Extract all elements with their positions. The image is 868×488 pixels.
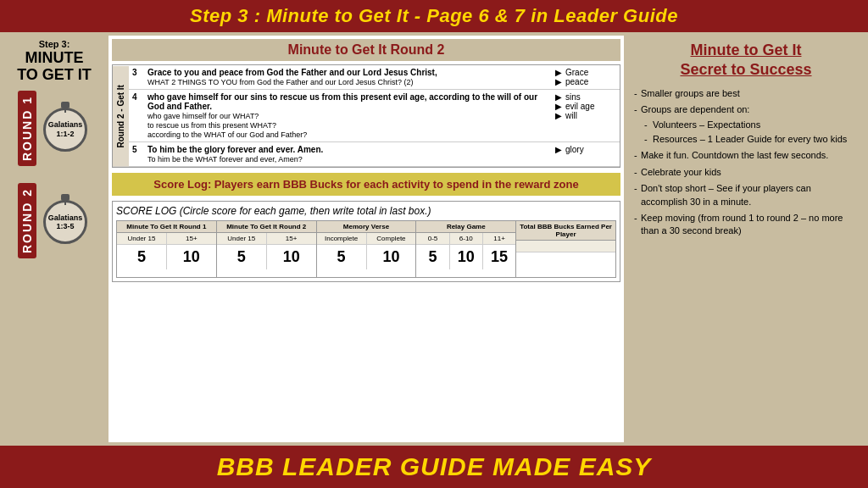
main-content: Step 3: MINUTE TO GET IT ROUND 1 Galatia…: [0, 32, 868, 446]
verse4-answers: ▶ sins ▶ evil age ▶ will: [552, 90, 620, 142]
verse5-answers: ▶ glory: [552, 142, 620, 167]
sub-list-item: Resources – 1 Leader Guide for every two…: [653, 133, 858, 146]
round1-group: ROUND 1 Galatians 1:1-2: [7, 91, 102, 169]
right-title: Minute to Get It Secret to Success: [634, 41, 858, 80]
score-log-section: SCORE LOG (Circle score for each game, t…: [112, 201, 620, 282]
list-item: Make it fun. Countdown the last few seco…: [634, 149, 858, 162]
bible-table: Round 2 - Get It 3 Grace to you and peac…: [112, 64, 620, 168]
round1-badge: ROUND 1: [18, 91, 36, 166]
score-col-5: Total BBB Bucks Earned Per Player: [516, 221, 615, 277]
footer-title: BBB LEADER GUIDE MADE EASY: [217, 452, 652, 480]
verse4-num: 4: [129, 90, 144, 142]
sub-list-item: Volunteers – Expectations: [653, 119, 858, 131]
verse3-text: Grace to you and peace from God the Fath…: [144, 65, 552, 90]
header-title: Step 3 : Minute to Get It - Page 6 & 7 i…: [190, 5, 678, 26]
round2-label: Round 2 - Get It: [113, 65, 129, 167]
verse3-num: 3: [129, 65, 144, 90]
score-col-1: Minute To Get It Round 1 Under 15 5 15+ …: [117, 221, 217, 277]
page-wrapper: Step 3 : Minute to Get It - Page 6 & 7 i…: [0, 0, 868, 488]
list-item: Keep moving (from round 1 to round 2 – n…: [634, 212, 858, 238]
round1-stopwatch: Galatians 1:1-2: [40, 104, 91, 155]
middle-panel: Minute to Get It Round 2 Round 2 - Get I…: [108, 36, 624, 442]
score-banner: Score Log: Players earn BBB Bucks for ea…: [112, 173, 620, 196]
round2-stopwatch: Galatians 1:3-5: [40, 197, 91, 247]
score-grid: Minute To Get It Round 1 Under 15 5 15+ …: [116, 220, 616, 278]
verse5-num: 5: [129, 142, 144, 167]
list-item: Smaller groups are best: [634, 87, 858, 100]
left-panel: Step 3: MINUTE TO GET IT ROUND 1 Galatia…: [3, 36, 105, 442]
verse4-text: who gave himself for our sins to rescue …: [144, 90, 552, 142]
verse3-answers: ▶ Grace ▶ peace: [552, 65, 620, 90]
round2-group: ROUND 2 Galatians 1:3-5: [7, 183, 102, 262]
right-panel: Minute to Get It Secret to Success Small…: [627, 36, 865, 442]
score-col-2: Minute To Get It Round 2 Under 15 5 15+ …: [217, 221, 317, 277]
top-header: Step 3 : Minute to Get It - Page 6 & 7 i…: [0, 0, 868, 32]
list-item: Don't stop short – See if your players c…: [634, 182, 858, 208]
score-log-title: SCORE LOG (Circle score for each game, t…: [116, 205, 616, 217]
step-label: Step 3: MINUTE TO GET IT: [17, 39, 92, 84]
score-col-4: Relay Game 0-5 5 6-10 10 11+: [416, 221, 516, 277]
bottom-bar: BBB LEADER GUIDE MADE EASY: [0, 446, 868, 488]
score-col-3: Memory Verse Incomplete 5 Complete 10: [317, 221, 417, 277]
list-item: Groups are dependent on: Volunteers – Ex…: [634, 103, 858, 146]
middle-title: Minute to Get It Round 2: [112, 39, 620, 61]
round2-badge: ROUND 2: [18, 183, 36, 258]
list-item: Celebrate your kids: [634, 166, 858, 179]
verse5-text: To him be the glory forever and ever. Am…: [144, 142, 552, 167]
right-list: Smaller groups are best Groups are depen…: [634, 87, 858, 238]
